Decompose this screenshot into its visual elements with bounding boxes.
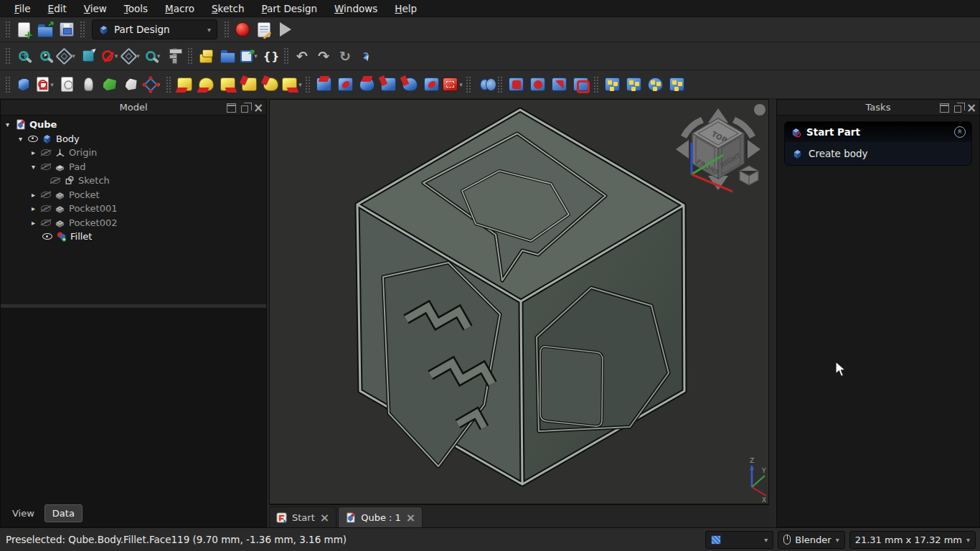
vertical-splitter[interactable]: [769, 99, 776, 527]
menu-edit[interactable]: Edit: [39, 1, 75, 16]
fit-all-button[interactable]: [13, 45, 34, 67]
save-document-button[interactable]: [56, 19, 77, 40]
toolbar-grip[interactable]: [5, 76, 11, 93]
panel-minimize-icon[interactable]: [940, 103, 949, 113]
panel-close-icon[interactable]: [966, 103, 976, 113]
menu-tools[interactable]: Tools: [116, 1, 156, 16]
expand-arrow-icon[interactable]: [29, 204, 37, 212]
navigation-cube[interactable]: TOP FRONT RIGHT: [676, 104, 765, 192]
whats-this-button[interactable]: [356, 45, 377, 67]
menu-sketch[interactable]: Sketch: [203, 1, 253, 16]
navcube-arrow-right[interactable]: [748, 140, 760, 159]
expand-arrow-icon[interactable]: [29, 219, 37, 227]
toolbar-grip[interactable]: [187, 47, 193, 65]
menu-part-design[interactable]: Part Design: [253, 1, 326, 16]
expand-arrow-icon[interactable]: [17, 135, 24, 143]
toolbar-grip[interactable]: [305, 76, 311, 93]
expand-arrow-icon[interactable]: [4, 121, 11, 128]
visibility-hidden-icon[interactable]: [41, 192, 51, 198]
tab-view[interactable]: View: [5, 505, 42, 522]
visibility-hidden-icon[interactable]: [50, 177, 60, 184]
3d-viewport[interactable]: TOP FRONT RIGHT: [269, 99, 769, 504]
visibility-eye-icon[interactable]: [28, 136, 38, 142]
tree-item-sketch[interactable]: Sketch: [1, 174, 266, 188]
tree-item-body[interactable]: Body: [1, 132, 266, 146]
panel-float-icon[interactable]: [954, 105, 961, 113]
additive-helix-button[interactable]: [260, 74, 281, 95]
panel-splitter[interactable]: [1, 303, 266, 309]
subtractive-helix-button[interactable]: [420, 74, 442, 95]
box-selection-button[interactable]: [121, 45, 142, 67]
close-tab-icon[interactable]: ×: [406, 511, 415, 524]
polar-pattern-button[interactable]: [644, 74, 666, 95]
subtractive-loft-button[interactable]: [377, 74, 399, 95]
tab-start[interactable]: Start ×: [269, 507, 336, 527]
fit-selection-button[interactable]: [34, 45, 56, 67]
visibility-hidden-icon[interactable]: [41, 164, 51, 170]
menu-help[interactable]: Help: [386, 1, 425, 16]
visibility-hidden-icon[interactable]: [41, 205, 51, 212]
create-body-button[interactable]: [13, 74, 34, 95]
groove-button[interactable]: [356, 74, 377, 95]
visibility-eye-icon[interactable]: [42, 233, 52, 240]
expression-button[interactable]: [260, 45, 281, 67]
menu-file[interactable]: File: [6, 1, 39, 16]
tree-item-qube[interactable]: Qube: [1, 118, 266, 132]
create-body-task[interactable]: Create body: [785, 142, 971, 165]
toolbar-grip[interactable]: [466, 76, 471, 93]
refresh-button[interactable]: [334, 45, 356, 67]
menu-windows[interactable]: Windows: [326, 1, 386, 16]
panel-close-icon[interactable]: [253, 103, 263, 113]
toolbar-grip[interactable]: [593, 76, 599, 93]
menu-macro[interactable]: Macro: [156, 1, 203, 16]
boolean-button[interactable]: [473, 74, 495, 95]
close-tab-icon[interactable]: ×: [320, 511, 329, 524]
revolution-button[interactable]: [195, 74, 217, 95]
menu-view[interactable]: View: [75, 1, 116, 16]
clone-button[interactable]: [121, 74, 142, 95]
workbench-selector[interactable]: Part Design ▾: [92, 19, 217, 39]
toolbar-grip[interactable]: [224, 21, 230, 38]
expand-arrow-icon[interactable]: [29, 163, 37, 171]
chamfer-button[interactable]: [527, 74, 548, 95]
macro-edit-button[interactable]: [253, 19, 275, 40]
toolbar-grip[interactable]: [5, 21, 11, 38]
clipping-plane-button[interactable]: [99, 45, 121, 67]
additive-pipe-button[interactable]: [238, 74, 260, 95]
link-button[interactable]: [238, 45, 260, 67]
create-datum-button[interactable]: [142, 74, 164, 95]
panel-float-icon[interactable]: [241, 105, 248, 113]
navigation-style-dropdown[interactable]: Blender ▾: [778, 531, 844, 549]
tree-item-pocket001[interactable]: Pocket001: [1, 202, 266, 216]
toolbar-grip[interactable]: [80, 21, 85, 38]
tree-item-pad[interactable]: Pad: [1, 160, 266, 174]
additive-primitive-button[interactable]: [281, 74, 303, 95]
open-document-button[interactable]: [34, 19, 56, 40]
hole-button[interactable]: [334, 74, 356, 95]
3d-scene[interactable]: TOP FRONT RIGHT: [270, 100, 768, 504]
undo-button[interactable]: [291, 45, 313, 67]
right-face-island[interactable]: [540, 347, 603, 426]
tree-item-fillet[interactable]: Fillet: [1, 230, 266, 244]
zoom-button[interactable]: [142, 45, 164, 67]
toolbar-grip[interactable]: [5, 47, 11, 65]
mirrored-button[interactable]: [601, 74, 623, 95]
navcube-mini-cube-icon[interactable]: [740, 166, 758, 185]
tree-item-pocket[interactable]: Pocket: [1, 188, 266, 202]
view-size-dropdown[interactable]: 21.31 mm x 17.32 mm ▾: [849, 531, 976, 549]
tree-item-origin[interactable]: Origin: [1, 146, 266, 160]
tab-qube[interactable]: Qube : 1 ×: [338, 507, 423, 527]
redo-button[interactable]: [313, 45, 334, 67]
shape-binder-button[interactable]: [99, 74, 121, 95]
toolbar-grip[interactable]: [166, 76, 171, 93]
thickness-button[interactable]: [570, 74, 591, 95]
visibility-hidden-icon[interactable]: [41, 149, 51, 156]
subtractive-pipe-button[interactable]: [399, 74, 420, 95]
expand-arrow-icon[interactable]: [29, 149, 37, 156]
linear-pattern-button[interactable]: [623, 74, 644, 95]
fillet-button[interactable]: [505, 74, 527, 95]
toolbar-grip[interactable]: [497, 76, 503, 93]
new-document-button[interactable]: [13, 19, 34, 40]
isometric-view-button[interactable]: [56, 45, 77, 67]
tree-item-pocket002[interactable]: Pocket002: [1, 216, 266, 230]
